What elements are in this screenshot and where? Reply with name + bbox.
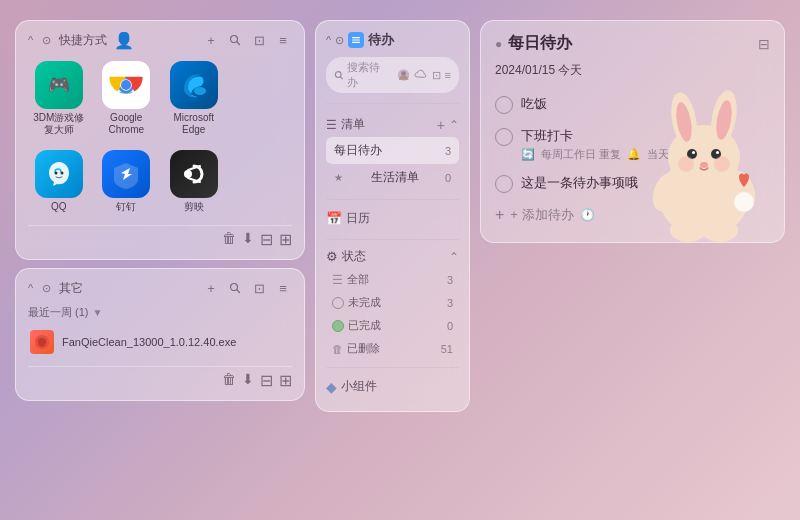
search-section: 搜索待办 ⊡ ≡ [316, 57, 469, 99]
recent-header: ^ ⊙ 其它 + ⊡ ≡ [28, 279, 292, 297]
capcut-icon [178, 158, 210, 190]
task-checkbox-eat[interactable] [495, 96, 513, 114]
grid-btn1[interactable]: ⊟ [260, 230, 273, 249]
app-name-qq: QQ [51, 201, 67, 213]
add-recent-btn[interactable]: + [202, 279, 220, 297]
more-recent-btn[interactable]: ≡ [274, 279, 292, 297]
svg-point-8 [194, 87, 206, 95]
incomplete-dot-icon [332, 297, 344, 309]
grid-btn2[interactable]: ⊞ [279, 230, 292, 249]
status-item-all[interactable]: ☰ 全部 3 [326, 269, 459, 290]
recent-expand-icon[interactable]: ^ [28, 282, 33, 294]
app-icon-dingtalk [102, 150, 150, 198]
app-item-chrome[interactable]: GoogleChrome [96, 57, 158, 140]
app-icon-3dm: 🎮 [35, 61, 83, 109]
divider-2 [326, 239, 459, 240]
list-icon [351, 35, 361, 45]
task-checkbox-clocking[interactable] [495, 128, 513, 146]
todo-item-life[interactable]: ★ 生活清单 0 [326, 164, 459, 191]
svg-point-39 [670, 218, 706, 242]
search-placeholder: 搜索待办 [347, 60, 389, 90]
recent-widget: ^ ⊙ 其它 + ⊡ ≡ 最近一周 (1) ▼ [15, 268, 305, 401]
app-item-3dm[interactable]: 🎮 3DM游戏修复大师 [28, 57, 90, 140]
app-icon-qq [35, 150, 83, 198]
calendar-section: 📅 日历 [316, 204, 469, 235]
status-gear-icon: ⚙ [326, 249, 338, 264]
lists-header: ☰ 清单 + ⌃ [326, 116, 459, 133]
more-shortcut-btn[interactable]: ≡ [274, 31, 292, 49]
todo-item-daily[interactable]: 每日待办 3 [326, 137, 459, 164]
todo-search-bar[interactable]: 搜索待办 ⊡ ≡ [326, 57, 459, 93]
shortcuts-footer: 🗑 ⬇ ⊟ ⊞ [28, 225, 292, 249]
recent-pin-icon: ⊙ [39, 281, 53, 295]
bunny-svg [624, 82, 784, 242]
complete-count: 0 [447, 320, 453, 332]
lists-toggle-btn[interactable]: ⌃ [449, 118, 459, 132]
file-name: FanQieClean_13000_1.0.12.40.exe [62, 336, 290, 348]
task-checkbox-note[interactable] [495, 175, 513, 193]
svg-point-7 [121, 80, 131, 90]
filter-btn[interactable]: ⊟ [758, 36, 770, 52]
svg-line-21 [340, 77, 342, 79]
svg-point-41 [734, 192, 754, 212]
life-item-count: 0 [445, 172, 451, 184]
deleted-count: 51 [441, 343, 453, 355]
complete-label: 已完成 [348, 318, 381, 333]
svg-point-33 [716, 151, 719, 154]
status-header[interactable]: ⚙ 状态 ⌃ [326, 248, 459, 265]
3dm-icon: 🎮 [44, 70, 74, 100]
svg-point-35 [678, 156, 694, 172]
calendar-label: 日历 [346, 210, 370, 227]
widgets-label: 小组件 [341, 378, 377, 395]
svg-point-11 [184, 170, 192, 178]
expand-icon[interactable]: ^ [28, 34, 33, 46]
status-item-incomplete[interactable]: 未完成 3 [326, 292, 459, 313]
app-item-edge[interactable]: MicrosoftEdge [163, 57, 225, 140]
list-section-icon: ☰ [326, 118, 337, 132]
status-item-complete[interactable]: 已完成 0 [326, 315, 459, 336]
recent-down-btn[interactable]: ⬇ [242, 371, 254, 390]
app-item-capcut[interactable]: 剪映 [163, 146, 225, 217]
lists-label: 清单 [341, 116, 433, 133]
incomplete-label-container: 未完成 [332, 295, 381, 310]
fanqie-icon [34, 334, 50, 350]
delete-btn[interactable]: 🗑 [222, 230, 236, 249]
recent-grid-btn2[interactable]: ⊞ [279, 371, 292, 390]
date-label: 2024/01/15 今天 [495, 62, 770, 79]
copy-shortcut-btn[interactable]: ⊡ [250, 31, 268, 49]
deleted-label-container: 🗑 已删除 [332, 341, 380, 356]
middle-top-bar: ^ ⊙ 待办 [316, 31, 469, 57]
recent-delete-btn[interactable]: 🗑 [222, 371, 236, 390]
app-name-edge: MicrosoftEdge [173, 112, 214, 136]
apps-grid: 🎮 3DM游戏修复大师 [28, 57, 292, 217]
bunny-illustration [624, 82, 784, 242]
calendar-header[interactable]: 📅 日历 [326, 210, 459, 227]
user-avatar-icon [397, 68, 410, 82]
status-item-deleted[interactable]: 🗑 已删除 51 [326, 338, 459, 359]
right-header: ● 每日待办 ⊟ [495, 33, 770, 54]
app-item-dingtalk[interactable]: 钉钉 [96, 146, 158, 217]
widgets-header[interactable]: ◆ 小组件 [326, 378, 459, 395]
repeat-text: 每周工作日 重复 [541, 147, 621, 162]
middle-expand-icon[interactable]: ^ [326, 34, 331, 46]
status-toggle-btn[interactable]: ⌃ [449, 250, 459, 264]
edge-icon [178, 69, 210, 101]
add-shortcut-btn[interactable]: + [202, 31, 220, 49]
add-task-plus-icon: + [495, 206, 504, 224]
copy-recent-btn[interactable]: ⊡ [250, 279, 268, 297]
search-shortcut-btn[interactable] [226, 31, 244, 49]
pin-icon: ⊙ [39, 33, 53, 47]
recent-grid-btn1[interactable]: ⊟ [260, 371, 273, 390]
down-btn[interactable]: ⬇ [242, 230, 254, 249]
daily-item-name: 每日待办 [334, 142, 382, 159]
add-list-btn[interactable]: + [437, 117, 445, 133]
app-icon-edge [170, 61, 218, 109]
search-recent-btn[interactable] [226, 279, 244, 297]
recent-file-item[interactable]: FanQieClean_13000_1.0.12.40.exe [28, 326, 292, 358]
widgets-section: ◆ 小组件 [316, 372, 469, 401]
app-icon-capcut [170, 150, 218, 198]
app-item-qq[interactable]: QQ [28, 146, 90, 217]
search-recent-icon [229, 282, 241, 294]
incomplete-count: 3 [447, 297, 453, 309]
app-icon-chrome-wrapper [102, 61, 150, 109]
